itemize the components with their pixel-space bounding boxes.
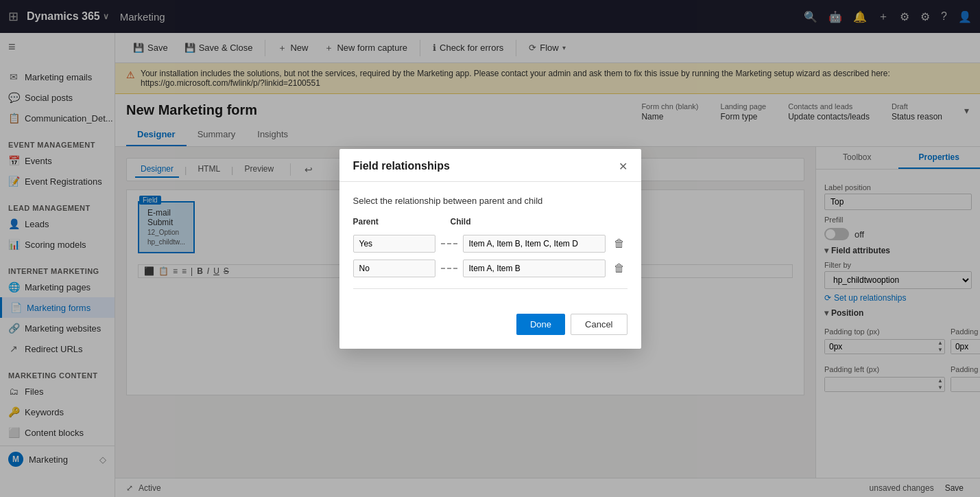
modal-child-input-1[interactable] xyxy=(463,259,606,277)
modal-row-1: 🗑 xyxy=(353,259,628,277)
modal-title: Field relationships xyxy=(353,160,450,172)
modal-delete-button-0[interactable]: 🗑 xyxy=(611,236,628,251)
modal-dashed-line-1 xyxy=(441,268,457,269)
modal-body: Select the relationship between parent a… xyxy=(339,182,641,314)
modal-parent-col-label: Parent xyxy=(353,217,442,227)
field-relationships-modal: Field relationships ✕ Select the relatio… xyxy=(339,149,641,349)
modal-columns: Parent Child xyxy=(353,217,628,227)
modal-divider xyxy=(353,288,628,289)
modal-row-0: 🗑 xyxy=(353,235,628,253)
modal-parent-input-1[interactable] xyxy=(353,259,435,277)
modal-delete-button-1[interactable]: 🗑 xyxy=(611,261,628,276)
modal-child-input-0[interactable] xyxy=(463,235,606,253)
done-button[interactable]: Done xyxy=(516,314,565,335)
modal-overlay: Field relationships ✕ Select the relatio… xyxy=(0,0,980,497)
modal-subtitle: Select the relationship between parent a… xyxy=(353,196,628,206)
modal-child-col-label: Child xyxy=(451,217,628,227)
modal-parent-input-0[interactable] xyxy=(353,235,435,253)
cancel-button[interactable]: Cancel xyxy=(571,314,627,335)
modal-header: Field relationships ✕ xyxy=(339,149,641,182)
modal-close-button[interactable]: ✕ xyxy=(619,160,628,173)
modal-footer: Done Cancel xyxy=(339,314,641,349)
modal-dashed-line-0 xyxy=(441,243,457,244)
